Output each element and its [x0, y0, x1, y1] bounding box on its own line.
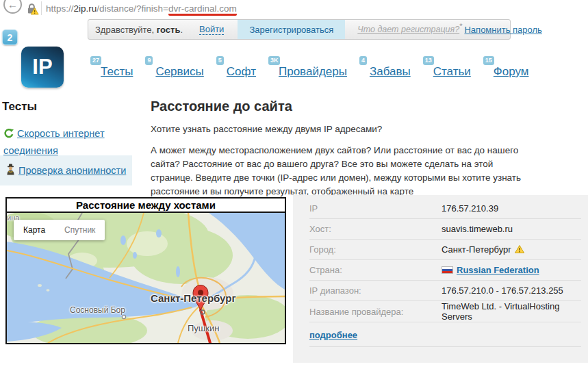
nav-item-articles: 13 Статьи [433, 65, 471, 79]
row-label: Страна: [309, 265, 442, 275]
nav-badge: 15 [483, 56, 494, 65]
city-value: Санкт-Петербург [442, 244, 581, 255]
nav-item-tests: 27 Тесты [101, 65, 133, 79]
map-type-satellite-button[interactable]: Спутник [55, 220, 105, 240]
nav-link-providers[interactable]: Провайдеры [279, 65, 347, 78]
logo-badge-2: 2 [2, 29, 18, 45]
map-label-pushkin: Пушкин [188, 323, 219, 333]
map-title: Расстояние между хостами [7, 199, 285, 213]
sidebar-link-speedtest[interactable]: Скорость интернет соединения [3, 128, 105, 156]
nav-item-providers: 3K Провайдеры [279, 65, 347, 79]
intro-paragraph: Хотите узнать расстояние между двумя IP … [151, 124, 528, 134]
table-row-city: Город: Санкт-Петербург [309, 240, 581, 260]
browser-address-bar: ← https://2ip.ru/distance/?finish=dvr-ca… [0, 0, 588, 18]
map-label-sosnovy-bor: Сосновый Бор [70, 305, 125, 315]
speed-refresh-icon [3, 128, 14, 143]
row-label: Хост: [309, 224, 442, 234]
table-row-country: Страна: Russian Federation [309, 260, 581, 281]
lock-warning-icon[interactable] [25, 2, 39, 16]
table-row-provider: Название провайдера: TimeWeb Ltd. - Virt… [309, 301, 581, 322]
map-canvas[interactable]: Карта Спутник ина Сосновый Бор Санкт-Пет… [7, 213, 285, 343]
registration-info-link[interactable]: Что дает регистрация? [357, 25, 459, 34]
row-label: IP [309, 203, 442, 214]
host-value: suavis.timeweb.ru [442, 224, 581, 234]
ip-value: 176.57.210.39 [442, 203, 581, 214]
nav-badge: 27 [90, 56, 101, 65]
row-label: IP диапазон: [309, 285, 442, 296]
url-finish-param-underlined: dvr-cardinal.com [168, 3, 237, 16]
nav-link-forum[interactable]: Форум [494, 65, 529, 78]
url-path: /distance/?finish= [97, 3, 168, 14]
row-label: Город: [309, 244, 442, 255]
url-input[interactable]: https://2ip.ru/distance/?finish=dvr-card… [46, 3, 237, 14]
nav-badge: 9 [145, 56, 153, 65]
nav-link-articles[interactable]: Статьи [433, 65, 471, 78]
greeting-text: Здравствуйте, гость. [95, 25, 183, 35]
table-row-ip-range: IP диапазон: 176.57.210.0 - 176.57.213.2… [309, 281, 581, 301]
nav-link-soft[interactable]: Софт [227, 65, 256, 78]
country-value: Russian Federation [442, 265, 581, 275]
url-prefix: https:// [46, 3, 74, 14]
description-paragraph: А может между месторасположением двух са… [151, 144, 531, 198]
nav-badge: 13 [423, 56, 434, 65]
nav-badge: 3K [268, 56, 281, 65]
sidebar-item-speedtest[interactable]: Скорость интернет соединения [3, 126, 132, 159]
ip-range-value: 176.57.210.0 - 176.57.213.255 [442, 285, 581, 296]
greeting-username: гость [157, 25, 181, 35]
nav-link-tests[interactable]: Тесты [101, 65, 133, 78]
back-arrow-icon: ← [8, 0, 18, 10]
nav-item-services: 9 Сервисы [155, 65, 203, 79]
map-label-city: Санкт-Петербург [151, 292, 236, 304]
page-title: Расстояние до сайта [151, 99, 292, 114]
distance-map-widget: Расстояние между хостами [5, 197, 286, 344]
country-link[interactable]: Russian Federation [457, 265, 539, 275]
address-bar-divider [41, 1, 42, 15]
row-label: Название провайдера: [309, 307, 442, 317]
warning-icon[interactable] [515, 245, 524, 255]
table-row-host: Хост: suavis.timeweb.ru [309, 219, 581, 240]
nav-badge: 4 [359, 56, 367, 65]
nav-item-fun: 4 Забавы [370, 65, 411, 79]
ip-info-table: IP 176.57.210.39 Хост: suavis.timeweb.ru… [293, 195, 588, 363]
map-type-control: Карта Спутник [14, 220, 105, 240]
sidebar-item-anonymity[interactable]: Проверка анонимности [0, 155, 132, 185]
register-button[interactable]: Зарегистрироваться [238, 20, 345, 39]
logo-text: IP [32, 55, 52, 79]
main-nav: 27 Тесты 9 Сервисы 5 Софт 3K Провайдеры … [101, 65, 528, 79]
anonymity-spy-icon [5, 164, 16, 177]
map-type-map-button[interactable]: Карта [14, 220, 55, 240]
asterisk-marker: * [459, 22, 462, 30]
sidebar-link-anonymity[interactable]: Проверка анонимности [18, 165, 126, 176]
table-row-more: подробнее [309, 322, 581, 347]
url-domain: 2ip.ru [74, 3, 97, 14]
remind-password-link[interactable]: Напомнить пароль [464, 25, 541, 35]
nav-badge: 5 [216, 56, 224, 65]
table-row-ip: IP 176.57.210.39 [309, 199, 581, 219]
login-link[interactable]: Войти [199, 24, 224, 35]
russia-flag-icon [442, 266, 453, 274]
provider-value: TimeWeb Ltd. - VirtualHosting Servers [442, 301, 581, 322]
sidebar-title: Тесты [2, 100, 37, 114]
site-header-bar: Здравствуйте, гость. Войти Зарегистриров… [88, 19, 511, 40]
more-details-link[interactable]: подробнее [309, 330, 357, 340]
site-logo[interactable]: IP 2 [21, 47, 64, 88]
nav-link-services[interactable]: Сервисы [155, 65, 203, 78]
nav-item-forum: 15 Форум [494, 65, 529, 79]
browser-back-button[interactable]: ← [3, 0, 22, 14]
nav-link-fun[interactable]: Забавы [370, 65, 411, 78]
nav-item-soft: 5 Софт [227, 65, 256, 79]
